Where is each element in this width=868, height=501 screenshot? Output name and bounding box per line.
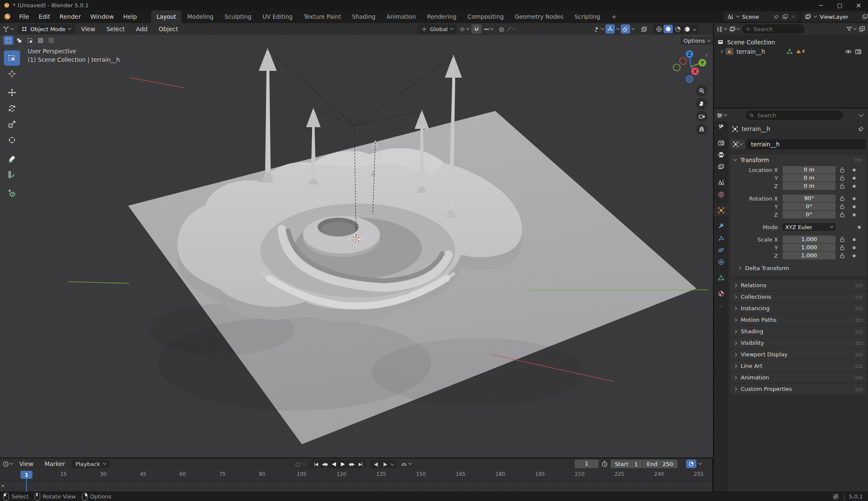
shading-rendered-button[interactable] [682, 25, 692, 33]
chevron-down-icon[interactable] [693, 27, 696, 31]
viewport-options-button[interactable]: Options [680, 37, 713, 45]
playback-sync-icon[interactable] [401, 461, 407, 467]
tab-modeling[interactable]: Modeling [181, 10, 219, 23]
tab-physics[interactable] [714, 244, 728, 256]
tab-scripting[interactable]: Scripting [569, 10, 606, 23]
outliner-row-terrain[interactable]: terrain__h 4 [720, 47, 865, 56]
animate-property-dot[interactable] [853, 185, 856, 188]
panel-grip[interactable] [855, 307, 862, 310]
transform-orientation[interactable]: Global [418, 24, 457, 34]
value-field[interactable]: 1.000 [783, 244, 836, 251]
tab-compositing[interactable]: Compositing [462, 10, 509, 23]
tab-rendering[interactable]: Rendering [421, 10, 462, 23]
add-workspace-button[interactable]: + [606, 10, 623, 23]
pin-icon[interactable] [774, 14, 779, 20]
chevron-down-icon[interactable] [302, 461, 306, 465]
snap-settings-button[interactable] [484, 26, 493, 32]
frame-start-field[interactable]: Start 1 [611, 460, 642, 468]
panel-grip[interactable] [855, 376, 862, 379]
navigation-gizmo[interactable]: Z Y X [671, 44, 710, 84]
viewlayer-selector[interactable]: ViewLayer × [801, 12, 868, 22]
tool-transform[interactable] [4, 132, 20, 148]
value-field[interactable]: 0 m [783, 182, 836, 190]
editor-type-button[interactable] [3, 26, 13, 32]
select-intersect-button[interactable] [46, 36, 56, 45]
current-frame-field[interactable]: 1 [575, 460, 599, 468]
properties-search-input[interactable] [757, 112, 839, 119]
tab-object-data[interactable] [714, 272, 728, 284]
lock-icon[interactable] [840, 167, 845, 173]
maximize-button[interactable]: □ [830, 0, 849, 10]
value-field[interactable]: 1.000 [783, 252, 836, 259]
object-name-input[interactable] [747, 139, 866, 149]
tab-shading[interactable]: Shading [346, 10, 381, 23]
tab-sculpting[interactable]: Sculpting [219, 10, 257, 23]
axis-neg-x-ball[interactable] [680, 58, 687, 64]
pan-button[interactable] [696, 98, 707, 109]
pivot-point-button[interactable] [459, 26, 469, 32]
timeline-editor-type-button[interactable] [3, 461, 13, 467]
animate-property-dot[interactable] [853, 177, 856, 180]
chevron-down-icon[interactable] [391, 462, 394, 466]
select-subtract-button[interactable] [25, 36, 35, 45]
panel-grip[interactable] [855, 330, 862, 333]
panel-grip[interactable] [855, 364, 862, 368]
jump-to-end-button[interactable]: ▶| [356, 460, 365, 468]
panel-grip[interactable] [855, 353, 862, 356]
chevron-down-icon[interactable] [409, 461, 412, 465]
value-field[interactable]: 0 m [783, 174, 836, 182]
jump-to-start-button[interactable]: |◀ [311, 460, 320, 468]
chevron-down-icon[interactable] [616, 26, 620, 30]
axis-neg-y-ball[interactable] [673, 64, 680, 71]
pin-icon[interactable] [858, 126, 864, 132]
tab-output[interactable] [714, 149, 728, 161]
filter-button[interactable] [846, 26, 856, 32]
lock-icon[interactable] [840, 236, 845, 242]
tool-add-cube[interactable] [4, 186, 20, 201]
select-invert-button[interactable] [35, 36, 45, 45]
lock-icon[interactable] [840, 183, 845, 189]
tool-annotate[interactable] [4, 151, 20, 166]
delta-transform-row[interactable]: Delta Transform [730, 263, 866, 273]
tool-rotate[interactable] [4, 101, 20, 116]
value-field[interactable]: 90° [783, 195, 836, 202]
snap-toggle[interactable] [471, 24, 482, 34]
tool-measure[interactable] [4, 167, 20, 182]
shading-wireframe-button[interactable] [654, 25, 663, 33]
menu-file[interactable]: File [15, 11, 34, 22]
previous-keyframe-button[interactable]: ◀◆ [320, 460, 329, 468]
outliner-editor-type-button[interactable] [716, 26, 727, 32]
panel-shading[interactable]: Shading [730, 326, 866, 337]
sidebar-toggle-arrow[interactable]: ‹ [705, 51, 708, 59]
lock-icon[interactable] [840, 175, 845, 181]
axis-x-ball[interactable]: X [691, 67, 699, 75]
lock-icon[interactable] [840, 212, 845, 218]
tab-particles[interactable] [714, 232, 728, 244]
keying-popover-toggle[interactable] [686, 460, 696, 468]
menu-help[interactable]: Help [119, 11, 142, 22]
panel-instancing[interactable]: Instancing [730, 303, 866, 314]
tab-render[interactable] [714, 137, 728, 149]
panel-grip[interactable] [855, 387, 862, 391]
tab-animation[interactable]: Animation [381, 10, 421, 23]
lock-icon[interactable] [840, 195, 845, 201]
tool-scale[interactable] [4, 117, 20, 132]
panel-relations[interactable]: Relations [730, 280, 866, 291]
panel-motion-paths[interactable]: Motion Paths [730, 315, 866, 325]
play-button[interactable]: ▶ [338, 460, 347, 468]
minimize-button[interactable]: − [812, 0, 830, 10]
play-reverse-button[interactable]: ◀ [329, 460, 338, 468]
tab-scene[interactable] [714, 177, 728, 189]
tab-layout[interactable]: Layout [151, 10, 182, 23]
viewport-canvas[interactable] [0, 35, 713, 457]
tab-view-layer[interactable] [714, 161, 728, 173]
next-frame-button[interactable]: |▶ [380, 460, 389, 468]
chevron-down-icon[interactable] [631, 26, 635, 30]
lock-icon[interactable] [840, 204, 845, 210]
viewport-menu-add[interactable]: Add [131, 24, 152, 34]
expand-channels-icon[interactable]: ▸ [2, 483, 5, 488]
hide-viewport-eye-icon[interactable] [845, 48, 852, 55]
lock-icon[interactable] [840, 253, 845, 259]
object-id-selector[interactable] [730, 139, 745, 149]
display-mode-button[interactable] [729, 26, 739, 32]
